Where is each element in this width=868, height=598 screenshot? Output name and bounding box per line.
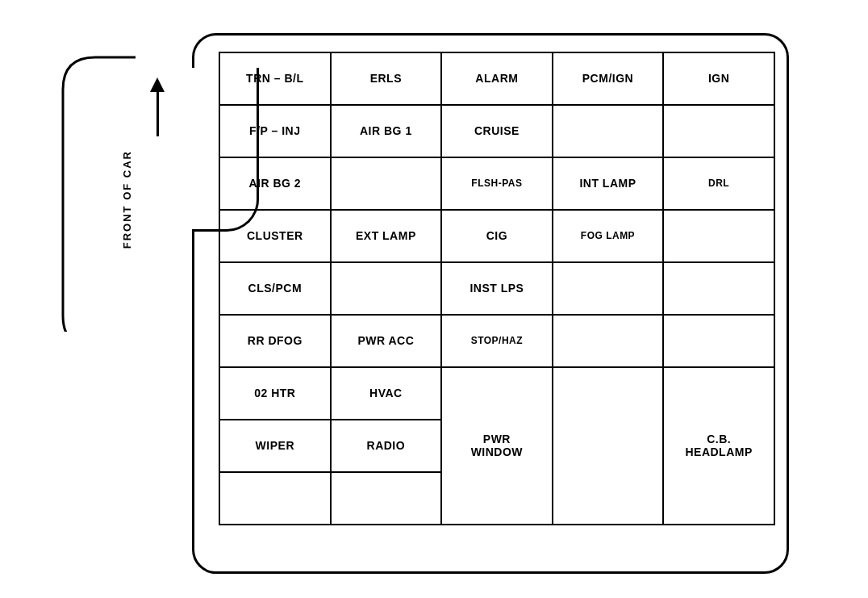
cell-empty-r2c5 — [663, 105, 774, 157]
fuse-table: TRN – B/L ERLS ALARM PCM/IGN IGN F/P – I… — [219, 52, 775, 525]
cell-cruise: CRUISE — [441, 105, 553, 157]
cell-erls: ERLS — [331, 52, 441, 105]
cell-cluster: CLUSTER — [219, 210, 331, 262]
cell-pcm-ign: PCM/IGN — [553, 52, 664, 105]
cell-empty-r5c5 — [663, 262, 774, 315]
cell-alarm: ALARM — [441, 52, 553, 105]
cell-radio: RADIO — [331, 420, 441, 472]
cell-wiper: WIPER — [219, 420, 331, 472]
cell-ext-lamp: EXT LAMP — [331, 210, 441, 262]
cell-pwr-window: PWRWINDOW — [441, 367, 553, 525]
fuse-box: TRN – B/L ERLS ALARM PCM/IGN IGN F/P – I… — [192, 33, 789, 574]
front-of-car-label: FRONT OF CAR — [121, 150, 133, 252]
cell-empty-r9c1 — [219, 472, 331, 525]
cell-air-bg1: AIR BG 1 — [331, 105, 441, 157]
cell-empty-r6c5 — [663, 315, 774, 367]
cell-empty-r9c2 — [331, 472, 441, 525]
cell-empty-r4c5 — [663, 210, 774, 262]
diagram-wrapper: FRONT OF CAR TRN – B/L ERLS ALARM PCM/IG… — [31, 9, 837, 590]
cell-int-lamp: INT LAMP — [553, 157, 664, 210]
cell-empty-r2c4 — [553, 105, 664, 157]
cell-pwr-acc: PWR ACC — [331, 315, 441, 367]
arrow-line — [156, 92, 159, 136]
cell-rr-dfog: RR DFOG — [219, 315, 331, 367]
cell-trn-bl: TRN – B/L — [219, 52, 331, 105]
cell-fog-lamp: FOG LAMP — [553, 210, 664, 262]
cell-inst-lps: INST LPS — [441, 262, 553, 315]
cell-empty-r7c4 — [553, 367, 664, 525]
cell-cls-pcm: CLS/PCM — [219, 262, 331, 315]
cell-empty-r5c4 — [553, 262, 664, 315]
arrow-up — [150, 77, 165, 92]
cell-cb-headlamp: C.B.HEADLAMP — [663, 367, 774, 525]
cell-cig: CIG — [441, 210, 553, 262]
cell-air-bg2: AIR BG 2 — [219, 157, 331, 210]
cell-fp-inj: F/P – INJ — [219, 105, 331, 157]
cell-ign: IGN — [663, 52, 774, 105]
cell-empty-r5c2 — [331, 262, 441, 315]
cell-flsh-pas: FLSH-PAS — [441, 157, 553, 210]
cell-drl: DRL — [663, 157, 774, 210]
cell-hvac: HVAC — [331, 367, 441, 420]
cell-02-htr: 02 HTR — [219, 367, 331, 420]
cell-empty-r3c2 — [331, 157, 441, 210]
cell-empty-r6c4 — [553, 315, 664, 367]
cell-stop-haz: STOP/HAZ — [441, 315, 553, 367]
